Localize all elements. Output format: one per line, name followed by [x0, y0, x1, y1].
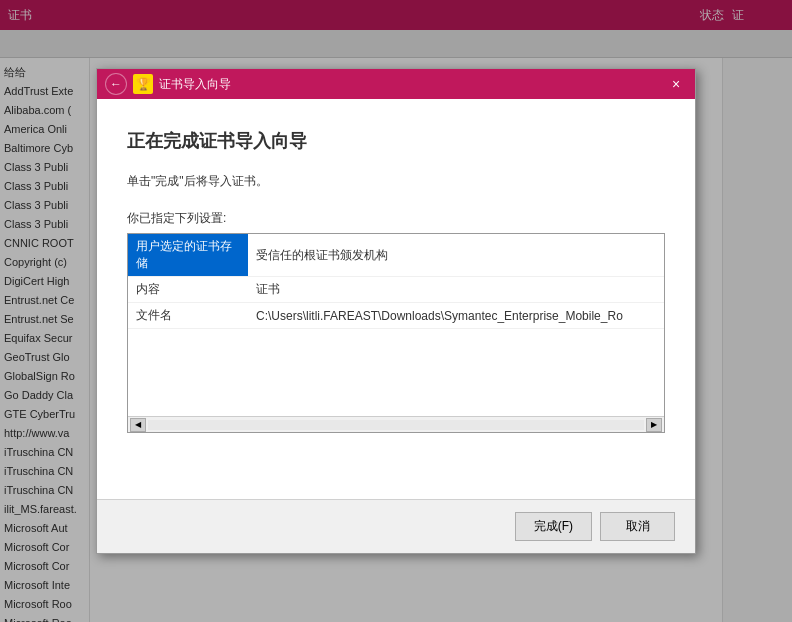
table-cell-value-2: C:\Users\litli.FAREAST\Downloads\Symante… [248, 303, 664, 329]
modal-body: 正在完成证书导入向导 单击"完成"后将导入证书。 你已指定下列设置: 用户选定的… [97, 99, 695, 499]
modal-titlebar-left: ← 🏆 证书导入向导 [105, 73, 231, 95]
settings-table: 用户选定的证书存储 受信任的根证书颁发机构 内容 证书 文件名 C:\Users… [128, 234, 664, 329]
scroll-left-arrow[interactable]: ◀ [130, 418, 146, 432]
modal-instruction: 单击"完成"后将导入证书。 [127, 173, 665, 190]
modal-overlay: ← 🏆 证书导入向导 × 正在完成证书导入向导 单击"完成"后将导入证书。 你已… [0, 0, 792, 622]
table-cell-key-0: 用户选定的证书存储 [128, 234, 248, 277]
modal-back-button[interactable]: ← [105, 73, 127, 95]
table-row-content: 内容 证书 [128, 277, 664, 303]
modal-heading: 正在完成证书导入向导 [127, 129, 665, 153]
modal-titlebar: ← 🏆 证书导入向导 × [97, 69, 695, 99]
table-cell-value-0: 受信任的根证书颁发机构 [248, 234, 664, 277]
finish-button[interactable]: 完成(F) [515, 512, 592, 541]
scroll-right-arrow[interactable]: ▶ [646, 418, 662, 432]
certificate-icon: 🏆 [133, 74, 153, 94]
table-cell-key-2: 文件名 [128, 303, 248, 329]
settings-table-container: 用户选定的证书存储 受信任的根证书颁发机构 内容 证书 文件名 C:\Users… [127, 233, 665, 433]
modal-settings-label: 你已指定下列设置: [127, 210, 665, 227]
table-cell-value-1: 证书 [248, 277, 664, 303]
certificate-import-wizard-dialog: ← 🏆 证书导入向导 × 正在完成证书导入向导 单击"完成"后将导入证书。 你已… [96, 68, 696, 554]
table-row-filename: 文件名 C:\Users\litli.FAREAST\Downloads\Sym… [128, 303, 664, 329]
scroll-track[interactable] [148, 420, 644, 430]
table-row-store: 用户选定的证书存储 受信任的根证书颁发机构 [128, 234, 664, 277]
horizontal-scrollbar[interactable]: ◀ ▶ [128, 416, 664, 432]
close-x-icon: × [672, 76, 680, 92]
cancel-button[interactable]: 取消 [600, 512, 675, 541]
modal-footer: 完成(F) 取消 [97, 499, 695, 553]
modal-close-button[interactable]: × [665, 73, 687, 95]
back-arrow-icon: ← [110, 77, 122, 91]
table-cell-key-1: 内容 [128, 277, 248, 303]
modal-title-text: 证书导入向导 [159, 76, 231, 93]
